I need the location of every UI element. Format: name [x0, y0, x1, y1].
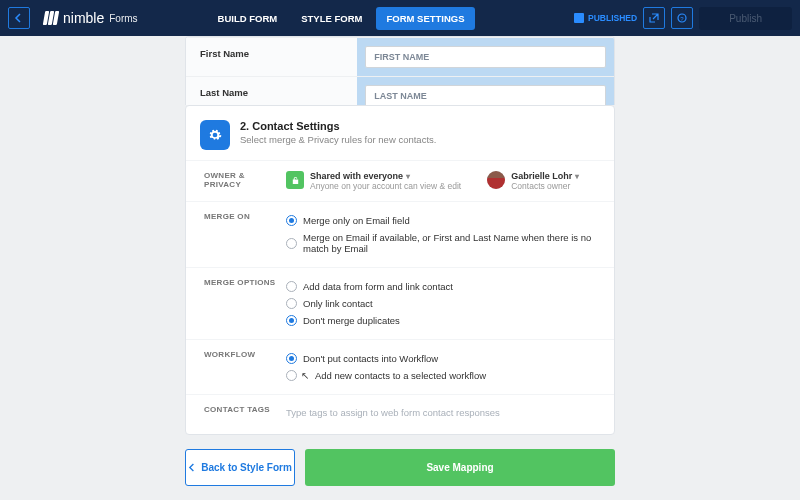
contact-settings-card: 2. Contact Settings Select merge & Priva… [185, 105, 615, 435]
setting-label: CONTACT TAGS [204, 405, 276, 420]
radio-icon [286, 370, 297, 381]
radio-icon [286, 315, 297, 326]
field-mapped-value[interactable]: FIRST NAME [365, 46, 606, 68]
workflow-option[interactable]: ↖Add new contacts to a selected workflow [286, 367, 596, 384]
merge-options-row: MERGE OPTIONS Add data from form and lin… [186, 267, 614, 339]
merge-on-option[interactable]: Merge on Email if available, or First an… [286, 229, 596, 257]
external-link-button[interactable] [643, 7, 665, 29]
published-badge: PUBLISHED [574, 13, 637, 23]
nav-tabs: BUILD FORM STYLE FORM FORM SETTINGS [208, 7, 475, 30]
chevron-down-icon: ▾ [406, 172, 410, 181]
product-logo: nimble Forms [44, 10, 138, 26]
main-scroll: First Name FIRST NAME Last Name LAST NAM… [0, 36, 800, 500]
field-label: Last Name [186, 77, 357, 105]
radio-icon [286, 281, 297, 292]
privacy-dropdown[interactable]: Shared with everyone▾ Anyone on your acc… [286, 171, 461, 191]
field-row: Last Name LAST NAME [186, 76, 614, 105]
merge-option[interactable]: Don't merge duplicates [286, 312, 596, 329]
setting-label: MERGE OPTIONS [204, 278, 276, 329]
gear-icon [200, 120, 230, 150]
footer-buttons: Back to Style Form Save Mapping [185, 449, 615, 486]
workflow-option[interactable]: Don't put contacts into Workflow [286, 350, 596, 367]
chevron-down-icon: ▾ [575, 172, 579, 181]
product-name: nimble [63, 10, 104, 26]
contact-tags-row: CONTACT TAGS Type tags to assign to web … [186, 394, 614, 434]
publish-button[interactable]: Publish [699, 7, 792, 30]
tab-form-settings[interactable]: FORM SETTINGS [376, 7, 474, 30]
tags-input[interactable]: Type tags to assign to web form contact … [286, 405, 596, 420]
setting-label: MERGE ON [204, 212, 276, 257]
merge-option[interactable]: Add data from form and link contact [286, 278, 596, 295]
section-header: 2. Contact Settings Select merge & Priva… [186, 106, 614, 160]
section-title: 2. Contact Settings [240, 120, 436, 132]
help-button[interactable]: ? [671, 7, 693, 29]
help-icon: ? [677, 13, 687, 23]
radio-icon [286, 353, 297, 364]
setting-label: WORKFLOW [204, 350, 276, 384]
field-mapped-value[interactable]: LAST NAME [365, 85, 606, 105]
section-subtitle: Select merge & Privacy rules for new con… [240, 134, 436, 145]
field-label: First Name [186, 38, 357, 76]
setting-label: OWNER & PRIVACY [204, 171, 276, 191]
doc-icon [574, 13, 584, 23]
field-row: First Name FIRST NAME [186, 37, 614, 76]
save-mapping-button[interactable]: Save Mapping [305, 449, 615, 486]
merge-option[interactable]: Only link contact [286, 295, 596, 312]
svg-text:?: ? [681, 16, 685, 22]
product-sub: Forms [109, 13, 137, 24]
app-header: nimble Forms BUILD FORM STYLE FORM FORM … [0, 0, 800, 36]
cursor-icon: ↖ [301, 370, 309, 381]
arrow-left-icon [188, 463, 197, 472]
owner-privacy-row: OWNER & PRIVACY Shared with everyone▾ An… [186, 160, 614, 201]
header-actions: PUBLISHED ? Publish [574, 7, 792, 30]
field-mapping-preview: First Name FIRST NAME Last Name LAST NAM… [185, 36, 615, 105]
radio-icon [286, 215, 297, 226]
merge-on-row: MERGE ON Merge only on Email field Merge… [186, 201, 614, 267]
arrow-left-icon [14, 13, 24, 23]
workflow-row: WORKFLOW Don't put contacts into Workflo… [186, 339, 614, 394]
avatar [487, 171, 505, 189]
logo-mark-icon [44, 11, 58, 25]
external-link-icon [649, 13, 659, 23]
radio-icon [286, 298, 297, 309]
tab-build-form[interactable]: BUILD FORM [208, 7, 288, 30]
tab-style-form[interactable]: STYLE FORM [291, 7, 372, 30]
owner-dropdown[interactable]: Gabrielle Lohr▾ Contacts owner [487, 171, 579, 191]
back-to-style-button[interactable]: Back to Style Form [185, 449, 295, 486]
radio-icon [286, 238, 297, 249]
unlock-icon [286, 171, 304, 189]
back-button[interactable] [8, 7, 30, 29]
merge-on-option[interactable]: Merge only on Email field [286, 212, 596, 229]
